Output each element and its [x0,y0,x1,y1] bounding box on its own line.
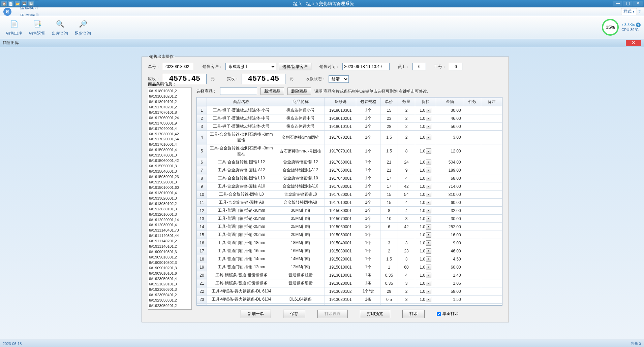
menu-1[interactable]: 入库管理 [15,0,44,3]
barcode-item[interactable]: 6#1922040101,3 [149,308,191,309]
barcode-item[interactable]: 6#1915080001,4 [149,147,191,153]
delete-product-button[interactable]: 删除商品 [287,88,311,95]
tool-2[interactable]: 🔍出库查询 [49,17,71,38]
barcode-item[interactable]: 6#1917050001,9 [149,121,191,126]
barcode-item[interactable]: 6#1918010301,2 [149,89,191,94]
barcode-item[interactable]: 6#1913020001,3 [149,196,191,201]
col-header[interactable]: 数量 [398,98,415,106]
col-header[interactable]: 单价 [380,98,398,106]
table-row[interactable]: 12工具-普通门轴 插销-30mm30MM门轴19150800011个841.0… [197,207,502,215]
barcode-item[interactable]: 6#1923050201,2 [149,303,191,309]
table-row[interactable]: 18工具-普通门轴 插销-14mm14MM门轴19150200011个1.531… [197,255,502,263]
customer-select[interactable]: 永成混凝土 [225,63,276,70]
chevron-down-icon[interactable]: ▾ [426,184,431,189]
table-row[interactable]: 11工具-合金旋转锉-圆柱 A8合金旋转锉圆柱A819170100011个154… [197,199,502,207]
chevron-down-icon[interactable]: ▾ [426,135,431,140]
chevron-down-icon[interactable]: ▾ [426,240,431,246]
chevron-down-icon[interactable]: ▾ [426,297,431,302]
subwindow-close-button[interactable]: ✕ [626,40,641,46]
barcode-item[interactable]: 6#1915070001,3 [149,153,191,158]
save-button[interactable]: 保存 [283,310,305,318]
select-customer-button[interactable]: 选择/新增客户 [279,63,311,70]
col-header[interactable]: 备注 [481,98,502,106]
table-row[interactable]: 19工具-普通门轴 插销-12mm12MM门轴19150100011个1601.… [197,263,502,271]
col-header[interactable]: 折扣 [415,98,436,106]
print-preview-button[interactable]: 打印预览 [360,310,390,318]
barcode-item[interactable]: 6#1917030001,42 [149,132,191,137]
table-row[interactable]: 22工具-钢锯条-得力钢锯条-DL 610419130301021个/盒2921… [197,287,502,296]
table-row[interactable]: 24工具-剪刀 美工刀-普通红色剪刀普通红色剪刀19120100011把631.… [197,304,502,306]
col-header[interactable] [197,98,207,106]
barcode-item[interactable]: 6#1915040001,3 [149,169,191,174]
barcode-item[interactable]: 6#1909010301,2 [149,255,191,260]
barcode-item[interactable]: 6#1909010101,6 [149,271,191,276]
barcode-item[interactable]: 6#1917070101,8 [149,110,191,115]
chevron-down-icon[interactable]: ▾ [426,232,431,238]
barcode-item[interactable]: 6#1915010001,60 [149,185,191,190]
barcode-item[interactable]: 6#1917060001,24 [149,115,191,121]
sale-time-input[interactable] [342,63,390,70]
chevron-down-icon[interactable]: ▾ [426,305,431,306]
tool-3[interactable]: 🔎退货查询 [71,17,94,38]
maximize-button[interactable]: ▢ [623,1,633,6]
table-row[interactable]: 16工具-普通门轴 插销-18mm18MM门轴19150400011个331.0… [197,239,502,247]
chevron-down-icon[interactable]: ▾ [426,200,431,205]
barcode-item[interactable]: 6#1911140301,44 [149,233,191,239]
barcode-item[interactable]: 6#1909010302,3 [149,260,191,266]
barcode-item[interactable]: 6#1913030101,3 [149,207,191,212]
print-button[interactable]: 打印 [402,310,425,318]
barcode-item[interactable]: 6#1912030001,4 [149,222,191,228]
chevron-down-icon[interactable]: ▾ [426,116,431,121]
table-row[interactable]: 2工具-锤子-普通橡皮锤连体-中号橡皮连体锤中号19180102011个2321… [197,114,502,123]
chevron-down-icon[interactable]: ▾ [426,168,431,173]
chevron-down-icon[interactable]: ▾ [426,208,431,213]
chevron-down-icon[interactable]: ▾ [426,273,431,278]
chevron-down-icon[interactable]: ▾ [426,148,431,154]
barcode-item[interactable]: 6#1909010201,3 [149,266,191,271]
table-row[interactable]: 21工具-钢锯条-普通 细齿钢锯条普通锯条细齿19130200011条0.353… [197,279,502,287]
chevron-down-icon[interactable]: ▾ [426,256,431,262]
barcode-item[interactable]: 6#1912010001,3 [149,212,191,217]
barcode-item[interactable]: 6#1911140201,2 [149,239,191,244]
table-row[interactable]: 6工具-合金旋转锉-圆锥 L12合金旋转锉圆锥L1219170600011个21… [197,158,502,166]
barcode-item[interactable]: 6#1918010101,2 [149,99,191,105]
chevron-down-icon[interactable]: ▾ [426,124,431,129]
col-header[interactable]: 条形码 [325,98,356,106]
single-page-checkbox[interactable]: 单页打印 [437,311,459,317]
table-row[interactable]: 7工具-合金旋转锉-圆柱 A12合金旋转锉圆柱A1219170500011个21… [197,166,502,174]
barcode-item[interactable]: 6#1917040001,4 [149,126,191,132]
style-menu[interactable]: 样式 ▾ [621,8,637,15]
table-row[interactable]: 5工具-合金旋转锉-金刚石磨棒 -3mm圆柱占石磨棒3mm小号圆柱1917070… [197,144,502,158]
chevron-down-icon[interactable]: ▾ [426,265,431,270]
chevron-down-icon[interactable]: ▾ [426,216,431,221]
help-icon[interactable]: ? [638,9,641,14]
col-header[interactable]: 件数 [464,98,481,106]
table-row[interactable]: 15工具-普通门轴 插销-20mm20MM门轴19150500011个1.0▾1… [197,231,502,239]
print-settings-button[interactable]: 打印设置 [317,310,348,318]
order-no-input[interactable] [163,63,193,70]
new-icon[interactable]: 📄 [8,1,13,6]
table-row[interactable]: 14工具-普通门轴 插销-25mm25MM门轴19150600011个6421.… [197,223,502,231]
table-row[interactable]: 3工具-锤子-普通橡皮锤连体-大号橡皮连体锤大号19180101011个2821… [197,123,502,131]
new-order-button[interactable]: 新增一单 [241,310,271,318]
emp-input[interactable] [412,63,426,70]
home-icon[interactable]: 🏠 [1,1,7,6]
table-row[interactable]: 8工具-合金旋转锉-圆锥 L10合金旋转锉圆锥L1019170400011个17… [197,174,502,182]
col-header[interactable]: 金额 [436,98,464,106]
table-row[interactable]: 9工具-合金旋转锉-圆柱 A10合金旋转锉圆柱A1019170300011个17… [197,182,502,190]
barcode-item[interactable]: 6#1912020001,14 [149,217,191,223]
col-header[interactable]: 包装规格 [356,98,380,106]
work-input[interactable] [449,63,462,70]
barcode-item[interactable]: 6#1915060001,42 [149,158,191,164]
barcode-item[interactable]: 6#1913010001,4 [149,190,191,196]
close-button[interactable]: ✕ [633,1,643,6]
barcode-item[interactable]: 6#1917070201,2 [149,105,191,110]
minimize-button[interactable]: — [613,1,622,6]
chevron-down-icon[interactable]: ▾ [426,160,431,165]
barcode-item[interactable]: 6#1913030102,2 [149,201,191,207]
barcode-item[interactable]: 6#1917020001,54 [149,137,191,142]
col-header[interactable]: 商品简称 [276,98,325,106]
chevron-down-icon[interactable]: ▾ [426,192,431,197]
add-product-button[interactable]: 新增商品 [260,88,284,95]
barcode-item[interactable]: 6#1911140101,2 [149,244,191,249]
